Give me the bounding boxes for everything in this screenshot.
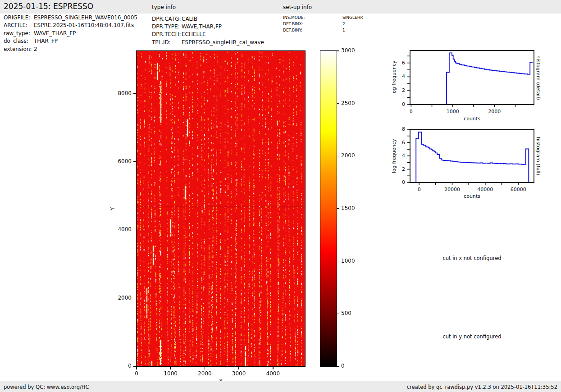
hist-detail-x-tick-label: 1000: [439, 109, 466, 114]
ins-mode-label: INS.MODE:: [283, 15, 342, 21]
raw-x-tick-label: 1000: [157, 370, 184, 377]
file-info-row: extension:2: [4, 46, 137, 53]
setup-info-block: INS.MODE:SINGLEHR DET.BINX:2 DET.BINY:1: [283, 15, 363, 33]
raw-y-tick: [133, 93, 137, 94]
setup-info-row: INS.MODE:SINGLEHR: [283, 15, 363, 21]
det-binx-label: DET.BINX:: [283, 21, 342, 27]
type-info-row: DPR.CATG:CALIB: [152, 15, 264, 23]
raw-y-tick: [133, 366, 137, 367]
raw-x-tick-label: 4000: [260, 370, 287, 377]
raw-x-tick-label: 2000: [191, 370, 218, 377]
colorbar-tick: [337, 261, 339, 262]
raw-x-tick-label: 0: [123, 370, 150, 377]
hist-full-x-tick-label: 60000: [505, 187, 532, 192]
raw-y-tick: [133, 161, 137, 162]
raw-x-tick-label: 3000: [225, 370, 252, 377]
raw-y-tick: [133, 230, 137, 231]
dpr-type-value: WAVE,THAR,FP: [182, 23, 222, 31]
colorbar-tick-label: 500: [341, 310, 351, 316]
hist-full-svg: [406, 126, 538, 186]
page-title: 2025-01-15: ESPRESSO: [4, 2, 93, 11]
colorbar-tick-label: 2500: [341, 100, 355, 106]
cut-y-note: cut in y not configured: [410, 333, 534, 340]
colorbar: [320, 50, 337, 367]
colorbar-tick: [337, 50, 339, 51]
file-info-row: raw_type:WAVE_THAR_FP: [4, 30, 137, 37]
hist-full-x-tick-label: 40000: [472, 187, 499, 192]
hist-full-y-tick-label: 0: [390, 179, 405, 185]
hist-detail-svg: [406, 47, 538, 108]
extension-value: 2: [34, 46, 37, 53]
origfile-value: ESPRESSO_SINGLEHR_WAVE016_0005: [34, 14, 137, 22]
raw-x-tick: [273, 366, 274, 369]
colorbar-tick-label: 1000: [341, 258, 355, 264]
arcfile-label: ARCFILE:: [4, 22, 34, 29]
colorbar-tick: [337, 208, 339, 209]
dpr-tech-label: DPR.TECH:: [152, 31, 182, 38]
raw-x-tick: [136, 366, 137, 369]
hist-detail-axes-box: [410, 50, 534, 105]
dpr-type-label: DPR.TYPE:: [152, 23, 182, 31]
hist-full-x-tick-label: 0: [406, 187, 433, 192]
raw-y-tick: [133, 298, 137, 299]
hist-full-y-tick-label: 2: [390, 166, 405, 172]
setup-info-row: DET.BINY:1: [283, 27, 363, 34]
histogram-detail-xlabel: counts: [410, 116, 534, 122]
hist-full-y-tick-label: 8: [390, 126, 405, 132]
det-binx-value: 2: [342, 21, 345, 27]
hist-detail-y-tick-label: 2: [390, 87, 405, 93]
colorbar-tick-label: 0: [341, 363, 345, 369]
origfile-label: ORIGFILE:: [4, 14, 34, 22]
footer-created-by: created by qc_rawdisp.py v1.2.3 on 2025-…: [407, 384, 557, 390]
type-info-block: DPR.CATG:CALIB DPR.TYPE:WAVE,THAR,FP DPR…: [152, 15, 264, 46]
hist-full-axes-box: [410, 129, 534, 182]
type-info-row: DPR.TYPE:WAVE,THAR,FP: [152, 23, 264, 31]
doclass-label: do_class:: [4, 37, 34, 45]
dpr-catg-value: CALIB: [182, 15, 197, 23]
histogram-full-xlabel: counts: [410, 193, 534, 199]
raw-x-tick: [170, 366, 171, 369]
raw-image-ylabel: Y: [109, 51, 116, 366]
colorbar-tick-label: 1500: [341, 205, 355, 211]
rawtype-label: raw_type:: [4, 30, 34, 37]
hist-full-curve: [410, 132, 530, 182]
raw-y-tick-label: 2000: [110, 295, 132, 301]
raw-y-tick-label: 4000: [110, 226, 132, 232]
file-info-row: ORIGFILE:ESPRESSO_SINGLEHR_WAVE016_0005: [4, 14, 137, 22]
setup-info-heading: set-up info: [283, 4, 312, 10]
raw-y-tick-label: 8000: [110, 90, 132, 96]
raw-x-tick: [205, 366, 205, 369]
hist-detail-x-tick-label: 0: [397, 109, 424, 114]
raw-image-canvas: [137, 51, 305, 366]
ins-mode-value: SINGLEHR: [342, 15, 363, 21]
arcfile-value: ESPRE.2025-01-16T10:48:04.107.fits: [34, 22, 134, 29]
hist-full-y-tick-label: 4: [390, 153, 405, 159]
raw-y-tick-label: 6000: [110, 158, 132, 164]
colorbar-tick-label: 2000: [341, 152, 355, 159]
type-info-row: DPR.TECH:ECHELLE: [152, 31, 264, 38]
type-info-row: TPL.ID:ESPRESSO_singleHR_cal_wave: [152, 39, 264, 46]
rawtype-value: WAVE_THAR_FP: [34, 30, 76, 37]
raw-image-plot: [136, 50, 306, 367]
hist-detail-y-tick-label: 4: [390, 73, 405, 79]
tpl-id-value: ESPRESSO_singleHR_cal_wave: [182, 39, 264, 46]
cut-x-note: cut in x not configured: [410, 255, 534, 261]
hist-detail-y-tick-label: 6: [390, 60, 405, 66]
colorbar-tick: [337, 103, 339, 104]
type-info-heading: type info: [152, 4, 176, 10]
colorbar-tick: [337, 156, 339, 157]
extension-label: extension:: [4, 46, 34, 53]
raw-y-tick-label: 0: [110, 363, 132, 369]
file-info-row: ARCFILE:ESPRE.2025-01-16T10:48:04.107.fi…: [4, 22, 137, 29]
det-biny-value: 1: [342, 27, 345, 34]
qc-report-page: 2025-01-15: ESPRESSO type info set-up in…: [0, 0, 561, 392]
doclass-value: THAR_FP: [34, 37, 58, 45]
hist-detail-y-tick-label: 0: [390, 101, 405, 107]
dpr-catg-label: DPR.CATG:: [152, 15, 182, 23]
footer-powered-by: powered by QC: www.eso.org/HC: [4, 384, 89, 390]
file-info-block: ORIGFILE:ESPRESSO_SINGLEHR_WAVE016_0005 …: [4, 14, 137, 53]
tpl-id-label: TPL.ID:: [152, 39, 182, 46]
raw-x-tick: [238, 366, 239, 369]
file-info-row: do_class:THAR_FP: [4, 37, 137, 45]
setup-info-row: DET.BINX:2: [283, 21, 363, 27]
